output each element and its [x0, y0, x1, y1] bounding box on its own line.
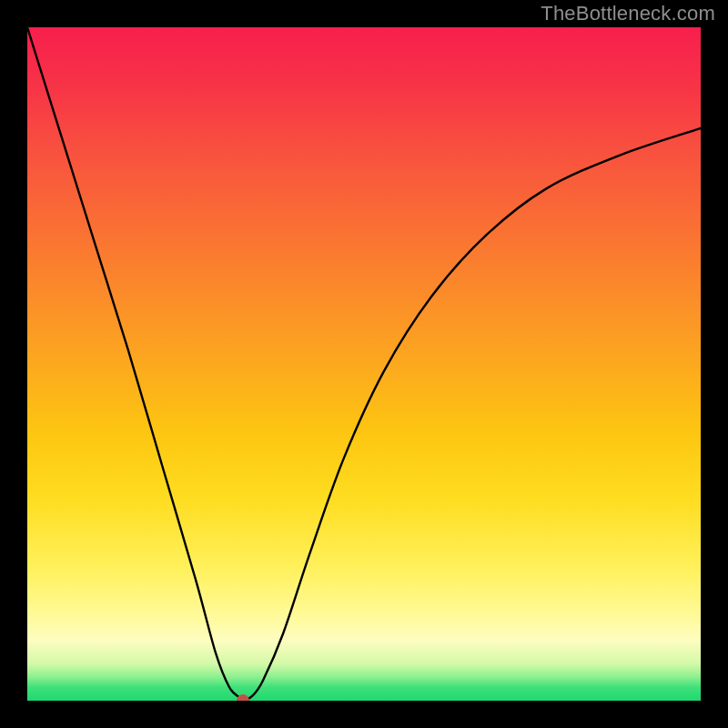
chart-frame: TheBottleneck.com [0, 0, 728, 728]
curve-path [27, 27, 701, 701]
bottleneck-curve [27, 27, 701, 701]
plot-area [27, 27, 701, 701]
watermark-text: TheBottleneck.com [541, 2, 715, 25]
minimum-marker-icon [237, 694, 249, 701]
